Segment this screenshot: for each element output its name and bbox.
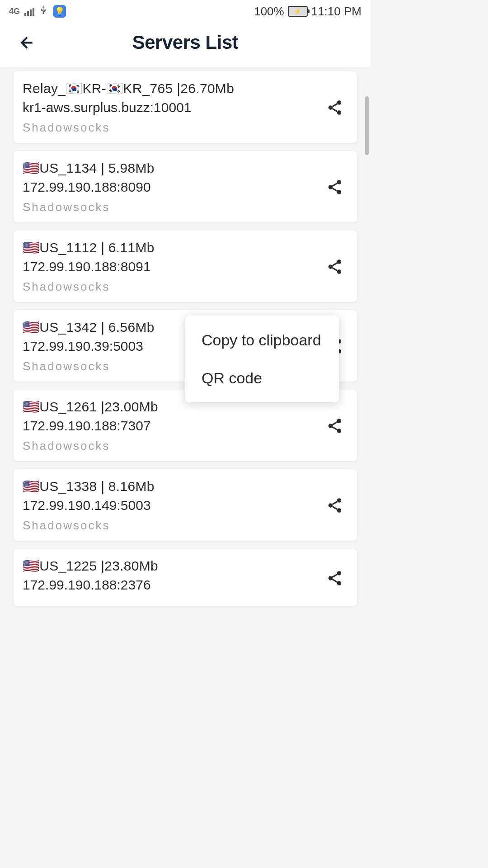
svg-point-18 <box>337 571 342 576</box>
svg-point-2 <box>337 110 342 115</box>
battery-percent: 100% <box>254 5 284 19</box>
server-address: 172.99.190.188:7307 <box>23 418 322 434</box>
server-info: 🇺🇸US_1112 | 6.11Mb 172.99.190.188:8091 S… <box>23 240 322 294</box>
server-protocol: Shadowsocks <box>23 121 322 135</box>
server-info: 🇺🇸US_1225 |23.80Mb 172.99.190.188:2376 <box>23 558 322 598</box>
network-type-4g: 4G <box>9 7 20 16</box>
scrollbar-thumb[interactable] <box>365 96 369 155</box>
server-info: Relay_🇰🇷KR-🇰🇷KR_765 |26.70Mb kr1-aws.sur… <box>23 80 322 135</box>
svg-point-0 <box>337 100 342 105</box>
svg-point-14 <box>337 429 342 433</box>
server-address: 172.99.190.188:8090 <box>23 179 322 195</box>
svg-point-12 <box>337 419 342 423</box>
server-protocol: Shadowsocks <box>23 200 322 214</box>
page-title: Servers List <box>132 32 238 53</box>
signal-strength-icon <box>24 7 34 16</box>
share-button[interactable] <box>322 492 348 519</box>
svg-point-17 <box>337 508 342 513</box>
server-protocol: Shadowsocks <box>23 439 322 453</box>
svg-point-19 <box>328 576 333 580</box>
server-card[interactable]: Relay_🇰🇷KR-🇰🇷KR_765 |26.70Mb kr1-aws.sur… <box>14 71 357 143</box>
svg-point-20 <box>337 581 342 585</box>
svg-point-15 <box>337 498 342 503</box>
server-info: 🇺🇸US_1338 | 8.16Mb 172.99.190.149:5003 S… <box>23 478 322 533</box>
server-protocol: Shadowsocks <box>23 519 322 533</box>
share-button[interactable] <box>322 94 348 121</box>
server-name: 🇺🇸US_1112 | 6.11Mb <box>23 240 322 255</box>
server-address: 172.99.190.188:8091 <box>23 259 322 274</box>
svg-point-13 <box>328 424 333 428</box>
server-name: 🇺🇸US_1134 | 5.98Mb <box>23 160 322 176</box>
server-list: Relay_🇰🇷KR-🇰🇷KR_765 |26.70Mb kr1-aws.sur… <box>0 67 371 611</box>
share-context-menu: Copy to clipboard QR code <box>185 316 339 402</box>
svg-point-3 <box>337 180 342 184</box>
server-card[interactable]: 🇺🇸US_1338 | 8.16Mb 172.99.190.149:5003 S… <box>14 469 357 541</box>
usb-icon <box>39 5 49 18</box>
back-button[interactable] <box>18 34 36 56</box>
server-address: 172.99.190.149:5003 <box>23 498 322 513</box>
server-name: 🇺🇸US_1338 | 8.16Mb <box>23 478 322 494</box>
status-right: 100% ⚡ 11:10 PM <box>254 5 361 19</box>
svg-point-1 <box>328 105 333 110</box>
battery-icon: ⚡ <box>288 6 308 17</box>
server-name: 🇺🇸US_1225 |23.80Mb <box>23 558 322 574</box>
copy-to-clipboard-item[interactable]: Copy to clipboard <box>185 321 339 359</box>
share-button[interactable] <box>322 413 348 439</box>
server-info: 🇺🇸US_1261 |23.00Mb 172.99.190.188:7307 S… <box>23 399 322 453</box>
share-button[interactable] <box>322 565 348 591</box>
server-protocol: Shadowsocks <box>23 280 322 294</box>
qr-code-item[interactable]: QR code <box>185 359 339 397</box>
server-address: kr1-aws.surplus.buzz:10001 <box>23 100 322 115</box>
server-card[interactable]: 🇺🇸US_1112 | 6.11Mb 172.99.190.188:8091 S… <box>14 231 357 302</box>
lightbulb-icon: 💡 <box>53 5 66 18</box>
status-bar: 4G 💡 100% ⚡ 11:10 PM <box>0 0 371 23</box>
server-info: 🇺🇸US_1134 | 5.98Mb 172.99.190.188:8090 S… <box>23 160 322 214</box>
svg-point-8 <box>337 269 342 274</box>
svg-point-5 <box>337 190 342 194</box>
svg-point-7 <box>328 264 333 269</box>
svg-point-16 <box>328 503 333 508</box>
status-left: 4G 💡 <box>9 5 66 18</box>
server-card[interactable]: 🇺🇸US_1225 |23.80Mb 172.99.190.188:2376 <box>14 549 357 606</box>
server-card[interactable]: 🇺🇸US_1134 | 5.98Mb 172.99.190.188:8090 S… <box>14 151 357 222</box>
svg-point-4 <box>328 185 333 189</box>
server-name: Relay_🇰🇷KR-🇰🇷KR_765 |26.70Mb <box>23 80 322 96</box>
svg-point-6 <box>337 259 342 264</box>
app-header: Servers List <box>0 23 371 67</box>
server-address: 172.99.190.188:2376 <box>23 577 322 593</box>
share-button[interactable] <box>322 174 348 200</box>
share-button[interactable] <box>322 254 348 280</box>
clock-time: 11:10 PM <box>311 5 361 19</box>
